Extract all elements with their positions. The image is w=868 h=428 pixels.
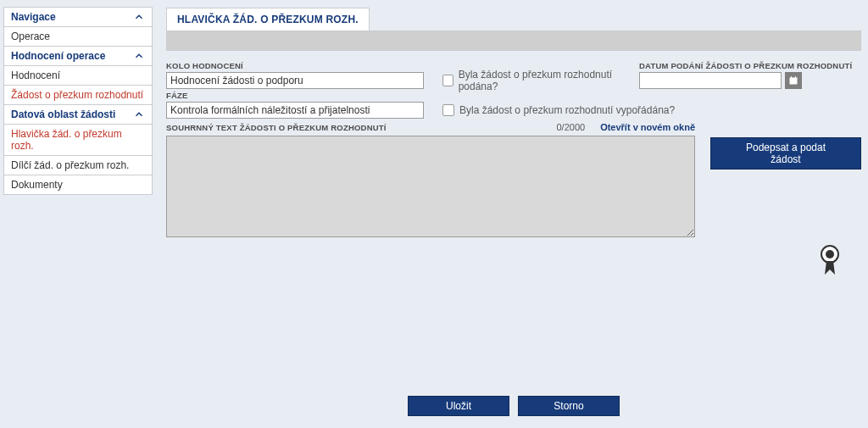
svg-rect-1: [790, 78, 798, 80]
input-faze[interactable]: [166, 102, 424, 119]
input-kolo-hodnoceni[interactable]: [166, 72, 424, 89]
nav-item-operace[interactable]: Operace: [4, 27, 152, 46]
sign-and-submit-button[interactable]: Podepsat a podat žádost: [710, 137, 861, 170]
nav-header-label: Hodnocení operace: [11, 50, 105, 62]
footer-buttons: Uložit Storno: [166, 391, 861, 421]
summary-header: SOUHRNNÝ TEXT ŽÁDOSTI O PŘEZKUM ROZHODNU…: [166, 122, 695, 132]
nav-header-datova-oblast[interactable]: Datová oblast žádosti: [4, 105, 152, 125]
svg-rect-2: [791, 76, 792, 79]
nav-item-dilci[interactable]: Dílčí žád. o přezkum rozh.: [4, 156, 152, 175]
save-button[interactable]: Uložit: [408, 396, 509, 416]
nav-item-hodnoceni[interactable]: Hodnocení: [4, 66, 152, 86]
nav-item-zadost-o-prezkum[interactable]: Žádost o přezkum rozhodnutí: [4, 86, 152, 104]
tabbar: HLAVIČKA ŽÁD. O PŘEZKUM ROZH.: [166, 7, 861, 31]
date-row: [639, 72, 861, 89]
svg-rect-3: [795, 76, 796, 79]
checkbox-podana-label: Byla žádost o přezkum rozhodnutí podána?: [459, 69, 632, 92]
nav-header-hodnoceni-operace[interactable]: Hodnocení operace: [4, 47, 152, 66]
chevron-up-icon: [133, 11, 145, 23]
seal-icon: [817, 244, 843, 279]
checkbox-podana-row[interactable]: Byla žádost o přezkum rozhodnutí podána?: [442, 72, 632, 89]
nav-item-dokumenty[interactable]: Dokumenty: [4, 175, 152, 194]
nav-group-datova-oblast: Datová oblast žádosti Hlavička žád. o př…: [3, 105, 153, 195]
nav-header-label: Navigace: [11, 11, 56, 23]
checkbox-vyporadana[interactable]: [442, 104, 454, 116]
input-datum-podani[interactable]: [639, 72, 782, 89]
nav-group-hodnoceni-operace: Hodnocení operace Hodnocení Žádost o pře…: [3, 47, 153, 105]
checkbox-vyporadana-label: Byla žádost o přezkum rozhodnutí vypořád…: [459, 104, 675, 116]
calendar-button[interactable]: [785, 72, 802, 89]
toolbar-spacer: [166, 31, 861, 51]
tab-hlavicka[interactable]: HLAVIČKA ŽÁD. O PŘEZKUM ROZH.: [166, 8, 370, 31]
calendar-icon: [788, 75, 798, 86]
checkbox-vyporadana-row[interactable]: Byla žádost o přezkum rozhodnutí vypořád…: [442, 102, 861, 119]
svg-point-5: [826, 250, 834, 258]
link-open-new-window[interactable]: Otevřít v novém okně: [600, 122, 695, 132]
nav-group-navigace: Navigace Operace: [3, 7, 153, 47]
cancel-button[interactable]: Storno: [518, 396, 620, 416]
label-souhrnny-text: SOUHRNNÝ TEXT ŽÁDOSTI O PŘEZKUM ROZHODNU…: [166, 123, 387, 132]
textarea-souhrnny-text[interactable]: [166, 136, 695, 237]
main: HLAVIČKA ŽÁD. O PŘEZKUM ROZH. KOLO HODNO…: [166, 7, 861, 421]
summary-counter: 0/2000: [556, 122, 585, 132]
checkbox-podana[interactable]: [442, 75, 453, 86]
sidebar: Navigace Operace Hodnocení operace Hodno…: [3, 7, 153, 421]
form-grid: KOLO HODNOCENÍ DATUM PODÁNÍ ŽÁDOSTI O PŘ…: [166, 51, 861, 119]
chevron-up-icon: [133, 50, 145, 62]
nav-header-label: Datová oblast žádosti: [11, 108, 115, 120]
label-faze: FÁZE: [166, 91, 424, 100]
nav-header-navigace[interactable]: Navigace: [4, 8, 152, 27]
label-datum-podani: DATUM PODÁNÍ ŽÁDOSTI O PŘEZKUM ROZHODNUT…: [639, 61, 861, 70]
label-kolo-hodnoceni: KOLO HODNOCENÍ: [166, 61, 424, 70]
chevron-up-icon: [133, 108, 145, 120]
nav-item-hlavicka[interactable]: Hlavička žád. o přezkum rozh.: [4, 125, 152, 156]
